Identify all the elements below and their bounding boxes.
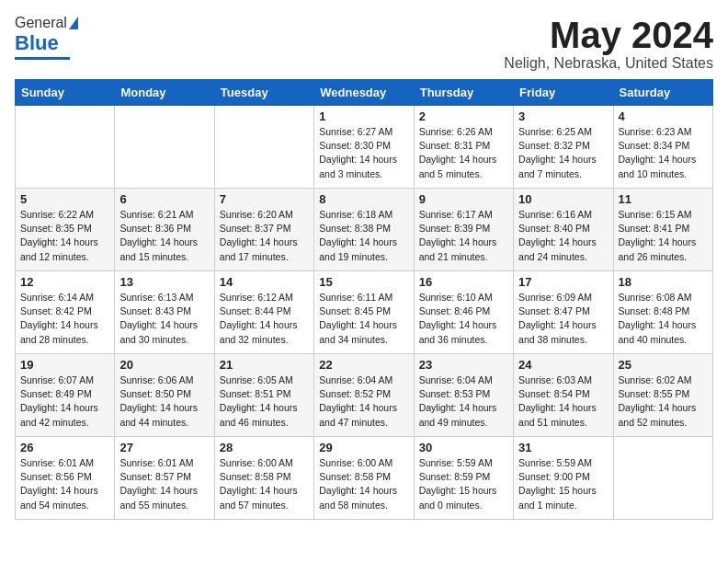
logo: General Blue <box>15 15 78 60</box>
day-info: Sunrise: 6:00 AMSunset: 8:58 PMDaylight:… <box>220 456 309 512</box>
day-info: Sunrise: 6:04 AMSunset: 8:53 PMDaylight:… <box>419 373 508 430</box>
day-info: Sunrise: 6:22 AMSunset: 8:35 PMDaylight:… <box>20 208 109 264</box>
day-number: 10 <box>518 192 608 206</box>
day-info: Sunrise: 6:27 AMSunset: 8:30 PMDaylight:… <box>319 125 408 181</box>
day-number: 30 <box>419 441 508 454</box>
table-row: 24 Sunrise: 6:03 AMSunset: 8:54 PMDaylig… <box>514 354 613 437</box>
day-info: Sunrise: 6:14 AMSunset: 8:42 PMDaylight:… <box>20 291 109 347</box>
day-info: Sunrise: 6:01 AMSunset: 8:56 PMDaylight:… <box>20 456 109 512</box>
day-info: Sunrise: 6:11 AMSunset: 8:45 PMDaylight:… <box>319 291 408 347</box>
day-info: Sunrise: 6:01 AMSunset: 8:57 PMDaylight:… <box>119 456 209 512</box>
table-row: 2 Sunrise: 6:26 AMSunset: 8:31 PMDayligh… <box>414 106 513 189</box>
day-info: Sunrise: 6:18 AMSunset: 8:38 PMDaylight:… <box>319 208 408 264</box>
table-row: 9 Sunrise: 6:17 AMSunset: 8:39 PMDayligh… <box>414 189 513 271</box>
table-row: 31 Sunrise: 5:59 AMSunset: 9:00 PMDaylig… <box>514 437 613 520</box>
logo-blue-text: Blue <box>15 31 59 55</box>
day-info: Sunrise: 6:15 AMSunset: 8:41 PMDaylight:… <box>619 208 708 264</box>
day-number: 13 <box>119 275 209 289</box>
header-thursday: Thursday <box>414 80 513 106</box>
day-number: 15 <box>319 275 408 289</box>
day-number: 11 <box>619 192 708 206</box>
calendar-week-row: 19 Sunrise: 6:07 AMSunset: 8:49 PMDaylig… <box>16 354 713 437</box>
day-number: 23 <box>419 358 508 372</box>
logo-general-text: General <box>15 15 67 31</box>
day-number: 7 <box>220 192 309 206</box>
day-number: 5 <box>20 192 109 206</box>
table-row: 21 Sunrise: 6:05 AMSunset: 8:51 PMDaylig… <box>214 354 313 437</box>
day-number: 1 <box>319 109 408 123</box>
table-row: 15 Sunrise: 6:11 AMSunset: 8:45 PMDaylig… <box>314 271 414 354</box>
day-number: 17 <box>518 275 608 289</box>
table-row: 5 Sunrise: 6:22 AMSunset: 8:35 PMDayligh… <box>16 189 115 271</box>
header-wednesday: Wednesday <box>314 80 414 106</box>
logo-underline <box>15 57 70 60</box>
table-row: 28 Sunrise: 6:00 AMSunset: 8:58 PMDaylig… <box>214 437 313 520</box>
header-sunday: Sunday <box>16 80 115 106</box>
day-number: 20 <box>119 358 209 372</box>
day-info: Sunrise: 6:02 AMSunset: 8:55 PMDaylight:… <box>619 373 708 430</box>
day-number: 29 <box>319 441 408 454</box>
day-number: 21 <box>220 358 309 372</box>
table-row: 30 Sunrise: 5:59 AMSunset: 8:59 PMDaylig… <box>414 437 513 520</box>
table-row: 25 Sunrise: 6:02 AMSunset: 8:55 PMDaylig… <box>613 354 712 437</box>
table-row: 6 Sunrise: 6:21 AMSunset: 8:36 PMDayligh… <box>115 189 214 271</box>
day-number: 19 <box>20 358 109 372</box>
day-info: Sunrise: 6:08 AMSunset: 8:48 PMDaylight:… <box>619 291 708 347</box>
calendar-title: May 2024 <box>504 15 713 55</box>
day-info: Sunrise: 6:13 AMSunset: 8:43 PMDaylight:… <box>119 291 209 347</box>
day-number: 6 <box>119 192 209 206</box>
day-number: 18 <box>619 275 708 289</box>
table-row: 7 Sunrise: 6:20 AMSunset: 8:37 PMDayligh… <box>214 189 313 271</box>
table-row: 1 Sunrise: 6:27 AMSunset: 8:30 PMDayligh… <box>314 106 414 189</box>
table-row: 18 Sunrise: 6:08 AMSunset: 8:48 PMDaylig… <box>613 271 712 354</box>
day-info: Sunrise: 6:20 AMSunset: 8:37 PMDaylight:… <box>220 208 309 264</box>
day-info: Sunrise: 6:21 AMSunset: 8:36 PMDaylight:… <box>119 208 209 264</box>
day-number: 24 <box>518 358 608 372</box>
table-row: 13 Sunrise: 6:13 AMSunset: 8:43 PMDaylig… <box>115 271 214 354</box>
calendar-location: Neligh, Nebraska, United States <box>504 55 713 72</box>
day-number: 16 <box>419 275 508 289</box>
day-info: Sunrise: 6:23 AMSunset: 8:34 PMDaylight:… <box>619 125 708 181</box>
day-number: 4 <box>619 109 708 123</box>
header-friday: Friday <box>514 80 613 106</box>
day-info: Sunrise: 6:00 AMSunset: 8:58 PMDaylight:… <box>319 456 408 512</box>
day-info: Sunrise: 5:59 AMSunset: 9:00 PMDaylight:… <box>518 456 608 512</box>
day-info: Sunrise: 6:09 AMSunset: 8:47 PMDaylight:… <box>518 291 608 347</box>
table-row: 4 Sunrise: 6:23 AMSunset: 8:34 PMDayligh… <box>613 106 712 189</box>
day-info: Sunrise: 6:06 AMSunset: 8:50 PMDaylight:… <box>119 373 209 430</box>
day-info: Sunrise: 5:59 AMSunset: 8:59 PMDaylight:… <box>419 456 508 512</box>
day-info: Sunrise: 6:10 AMSunset: 8:46 PMDaylight:… <box>419 291 508 347</box>
day-number: 22 <box>319 358 408 372</box>
table-row: 12 Sunrise: 6:14 AMSunset: 8:42 PMDaylig… <box>16 271 115 354</box>
table-row: 27 Sunrise: 6:01 AMSunset: 8:57 PMDaylig… <box>115 437 214 520</box>
calendar-week-row: 1 Sunrise: 6:27 AMSunset: 8:30 PMDayligh… <box>16 106 713 189</box>
day-number: 14 <box>220 275 309 289</box>
table-row: 29 Sunrise: 6:00 AMSunset: 8:58 PMDaylig… <box>314 437 414 520</box>
day-info: Sunrise: 6:03 AMSunset: 8:54 PMDaylight:… <box>518 373 608 430</box>
day-info: Sunrise: 6:16 AMSunset: 8:40 PMDaylight:… <box>518 208 608 264</box>
table-row: 23 Sunrise: 6:04 AMSunset: 8:53 PMDaylig… <box>414 354 513 437</box>
table-row <box>16 106 115 189</box>
day-number: 8 <box>319 192 408 206</box>
calendar-week-row: 5 Sunrise: 6:22 AMSunset: 8:35 PMDayligh… <box>16 189 713 271</box>
day-number: 12 <box>20 275 109 289</box>
table-row: 16 Sunrise: 6:10 AMSunset: 8:46 PMDaylig… <box>414 271 513 354</box>
day-info: Sunrise: 6:25 AMSunset: 8:32 PMDaylight:… <box>518 125 608 181</box>
header-tuesday: Tuesday <box>214 80 313 106</box>
day-number: 25 <box>619 358 708 372</box>
day-number: 9 <box>419 192 508 206</box>
table-row: 8 Sunrise: 6:18 AMSunset: 8:38 PMDayligh… <box>314 189 414 271</box>
day-info: Sunrise: 6:12 AMSunset: 8:44 PMDaylight:… <box>220 291 309 347</box>
header-saturday: Saturday <box>613 80 712 106</box>
day-number: 28 <box>220 441 309 454</box>
table-row <box>115 106 214 189</box>
logo-triangle-icon <box>69 17 78 29</box>
day-number: 31 <box>518 441 608 454</box>
day-info: Sunrise: 6:26 AMSunset: 8:31 PMDaylight:… <box>419 125 508 181</box>
day-number: 27 <box>119 441 209 454</box>
table-row: 26 Sunrise: 6:01 AMSunset: 8:56 PMDaylig… <box>16 437 115 520</box>
weekday-header-row: Sunday Monday Tuesday Wednesday Thursday… <box>16 80 713 106</box>
header-monday: Monday <box>115 80 214 106</box>
day-number: 2 <box>419 109 508 123</box>
table-row: 14 Sunrise: 6:12 AMSunset: 8:44 PMDaylig… <box>214 271 313 354</box>
